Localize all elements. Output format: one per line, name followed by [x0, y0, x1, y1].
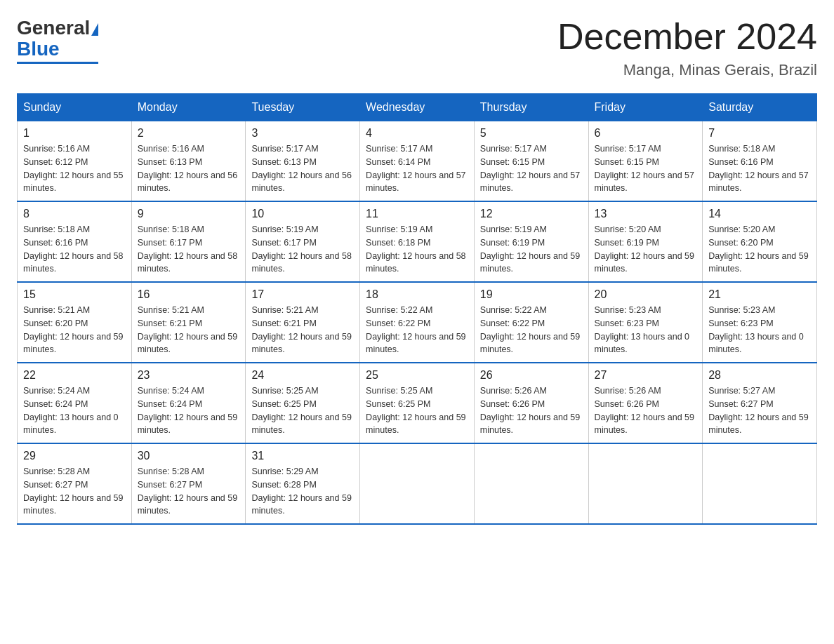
calendar-cell: 7 Sunrise: 5:18 AMSunset: 6:16 PMDayligh… — [703, 121, 817, 202]
day-number: 16 — [138, 288, 240, 301]
day-info: Sunrise: 5:20 AMSunset: 6:19 PMDaylight:… — [595, 223, 697, 276]
calendar-cell: 26 Sunrise: 5:26 AMSunset: 6:26 PMDaylig… — [474, 363, 588, 443]
calendar-cell: 21 Sunrise: 5:23 AMSunset: 6:23 PMDaylig… — [703, 282, 817, 363]
day-info: Sunrise: 5:25 AMSunset: 6:25 PMDaylight:… — [251, 384, 354, 437]
calendar-cell: 18 Sunrise: 5:22 AMSunset: 6:22 PMDaylig… — [360, 282, 475, 363]
calendar-table: SundayMondayTuesdayWednesdayThursdayFrid… — [17, 93, 817, 525]
day-number: 17 — [251, 288, 354, 301]
day-info: Sunrise: 5:24 AMSunset: 6:24 PMDaylight:… — [23, 384, 126, 437]
header-monday: Monday — [131, 94, 246, 121]
day-info: Sunrise: 5:16 AMSunset: 6:12 PMDaylight:… — [23, 142, 126, 195]
day-number: 4 — [366, 127, 468, 140]
day-number: 31 — [251, 450, 354, 462]
day-number: 14 — [708, 208, 811, 220]
calendar-cell: 13 Sunrise: 5:20 AMSunset: 6:19 PMDaylig… — [588, 201, 703, 282]
day-info: Sunrise: 5:18 AMSunset: 6:16 PMDaylight:… — [23, 223, 126, 276]
day-number: 13 — [595, 208, 697, 220]
header-saturday: Saturday — [703, 94, 817, 121]
calendar-header-row: SundayMondayTuesdayWednesdayThursdayFrid… — [18, 94, 817, 121]
calendar-cell: 22 Sunrise: 5:24 AMSunset: 6:24 PMDaylig… — [18, 363, 132, 443]
calendar-cell: 12 Sunrise: 5:19 AMSunset: 6:19 PMDaylig… — [474, 201, 588, 282]
day-info: Sunrise: 5:23 AMSunset: 6:23 PMDaylight:… — [708, 304, 811, 356]
calendar-cell: 24 Sunrise: 5:25 AMSunset: 6:25 PMDaylig… — [246, 363, 360, 443]
day-number: 1 — [23, 127, 126, 140]
day-info: Sunrise: 5:26 AMSunset: 6:26 PMDaylight:… — [480, 384, 583, 437]
calendar-cell: 17 Sunrise: 5:21 AMSunset: 6:21 PMDaylig… — [246, 282, 360, 363]
header-tuesday: Tuesday — [246, 94, 360, 121]
day-info: Sunrise: 5:23 AMSunset: 6:23 PMDaylight:… — [595, 304, 697, 356]
title-section: December 2024 Manga, Minas Gerais, Brazi… — [557, 17, 817, 79]
day-number: 20 — [595, 288, 697, 301]
day-info: Sunrise: 5:22 AMSunset: 6:22 PMDaylight:… — [480, 304, 583, 356]
calendar-cell: 25 Sunrise: 5:25 AMSunset: 6:25 PMDaylig… — [360, 363, 475, 443]
calendar-cell: 29 Sunrise: 5:28 AMSunset: 6:27 PMDaylig… — [18, 443, 132, 524]
day-info: Sunrise: 5:21 AMSunset: 6:21 PMDaylight:… — [138, 304, 240, 356]
calendar-cell: 6 Sunrise: 5:17 AMSunset: 6:15 PMDayligh… — [588, 121, 703, 202]
header-thursday: Thursday — [474, 94, 588, 121]
logo-blue-text: Blue — [17, 38, 60, 60]
day-info: Sunrise: 5:24 AMSunset: 6:24 PMDaylight:… — [138, 384, 240, 437]
calendar-cell: 20 Sunrise: 5:23 AMSunset: 6:23 PMDaylig… — [588, 282, 703, 363]
day-info: Sunrise: 5:17 AMSunset: 6:15 PMDaylight:… — [595, 142, 697, 195]
calendar-cell: 2 Sunrise: 5:16 AMSunset: 6:13 PMDayligh… — [131, 121, 246, 202]
day-info: Sunrise: 5:18 AMSunset: 6:16 PMDaylight:… — [708, 142, 811, 195]
calendar-cell: 11 Sunrise: 5:19 AMSunset: 6:18 PMDaylig… — [360, 201, 475, 282]
day-info: Sunrise: 5:21 AMSunset: 6:20 PMDaylight:… — [23, 304, 126, 356]
day-info: Sunrise: 5:18 AMSunset: 6:17 PMDaylight:… — [138, 223, 240, 276]
calendar-cell: 19 Sunrise: 5:22 AMSunset: 6:22 PMDaylig… — [474, 282, 588, 363]
day-info: Sunrise: 5:29 AMSunset: 6:28 PMDaylight:… — [251, 465, 354, 518]
day-number: 10 — [251, 208, 354, 220]
header-friday: Friday — [588, 94, 703, 121]
day-number: 27 — [595, 369, 697, 382]
calendar-cell: 30 Sunrise: 5:28 AMSunset: 6:27 PMDaylig… — [131, 443, 246, 524]
calendar-cell — [360, 443, 475, 524]
header-wednesday: Wednesday — [360, 94, 475, 121]
day-info: Sunrise: 5:22 AMSunset: 6:22 PMDaylight:… — [366, 304, 468, 356]
calendar-cell: 28 Sunrise: 5:27 AMSunset: 6:27 PMDaylig… — [703, 363, 817, 443]
calendar-week-row: 22 Sunrise: 5:24 AMSunset: 6:24 PMDaylig… — [18, 363, 817, 443]
calendar-cell: 23 Sunrise: 5:24 AMSunset: 6:24 PMDaylig… — [131, 363, 246, 443]
day-number: 21 — [708, 288, 811, 301]
logo-general-text: General — [17, 17, 90, 39]
day-number: 23 — [138, 369, 240, 382]
day-info: Sunrise: 5:19 AMSunset: 6:18 PMDaylight:… — [366, 223, 468, 276]
day-number: 12 — [480, 208, 583, 220]
logo-triangle-icon — [91, 23, 98, 36]
calendar-week-row: 1 Sunrise: 5:16 AMSunset: 6:12 PMDayligh… — [18, 121, 817, 202]
day-info: Sunrise: 5:17 AMSunset: 6:13 PMDaylight:… — [251, 142, 354, 195]
day-number: 7 — [708, 127, 811, 140]
day-number: 28 — [708, 369, 811, 382]
calendar-week-row: 8 Sunrise: 5:18 AMSunset: 6:16 PMDayligh… — [18, 201, 817, 282]
calendar-title: December 2024 — [557, 17, 817, 57]
calendar-cell: 4 Sunrise: 5:17 AMSunset: 6:14 PMDayligh… — [360, 121, 475, 202]
day-number: 6 — [595, 127, 697, 140]
calendar-cell: 1 Sunrise: 5:16 AMSunset: 6:12 PMDayligh… — [18, 121, 132, 202]
day-info: Sunrise: 5:20 AMSunset: 6:20 PMDaylight:… — [708, 223, 811, 276]
calendar-cell — [588, 443, 703, 524]
day-number: 26 — [480, 369, 583, 382]
day-number: 18 — [366, 288, 468, 301]
calendar-week-row: 15 Sunrise: 5:21 AMSunset: 6:20 PMDaylig… — [18, 282, 817, 363]
calendar-cell: 8 Sunrise: 5:18 AMSunset: 6:16 PMDayligh… — [18, 201, 132, 282]
day-info: Sunrise: 5:28 AMSunset: 6:27 PMDaylight:… — [23, 465, 126, 518]
day-info: Sunrise: 5:21 AMSunset: 6:21 PMDaylight:… — [251, 304, 354, 356]
page-header: General Blue December 2024 Manga, Minas … — [17, 17, 817, 79]
day-number: 11 — [366, 208, 468, 220]
calendar-cell: 9 Sunrise: 5:18 AMSunset: 6:17 PMDayligh… — [131, 201, 246, 282]
day-info: Sunrise: 5:28 AMSunset: 6:27 PMDaylight:… — [138, 465, 240, 518]
calendar-cell — [474, 443, 588, 524]
calendar-cell: 27 Sunrise: 5:26 AMSunset: 6:26 PMDaylig… — [588, 363, 703, 443]
calendar-cell: 14 Sunrise: 5:20 AMSunset: 6:20 PMDaylig… — [703, 201, 817, 282]
day-number: 3 — [251, 127, 354, 140]
day-info: Sunrise: 5:25 AMSunset: 6:25 PMDaylight:… — [366, 384, 468, 437]
day-info: Sunrise: 5:19 AMSunset: 6:19 PMDaylight:… — [480, 223, 583, 276]
calendar-cell: 15 Sunrise: 5:21 AMSunset: 6:20 PMDaylig… — [18, 282, 132, 363]
day-number: 15 — [23, 288, 126, 301]
day-info: Sunrise: 5:16 AMSunset: 6:13 PMDaylight:… — [138, 142, 240, 195]
day-number: 25 — [366, 369, 468, 382]
calendar-cell: 5 Sunrise: 5:17 AMSunset: 6:15 PMDayligh… — [474, 121, 588, 202]
day-number: 8 — [23, 208, 126, 220]
day-number: 2 — [138, 127, 240, 140]
calendar-subtitle: Manga, Minas Gerais, Brazil — [557, 61, 817, 79]
logo: General Blue — [17, 17, 98, 64]
